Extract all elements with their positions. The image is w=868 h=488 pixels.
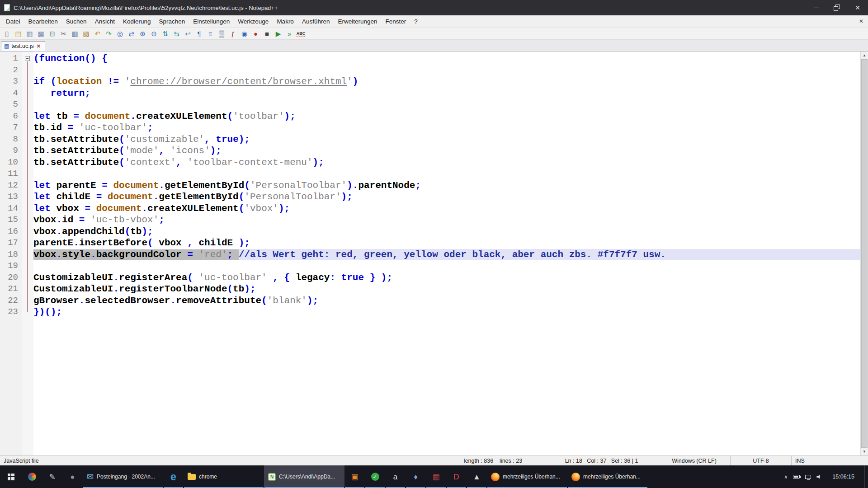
task-notepadpp[interactable]: NC:\Users\Andi\AppDa... [264,465,344,488]
task-edge[interactable]: e [163,465,184,488]
line-number[interactable]: 4 [0,88,18,99]
copy-icon[interactable]: ▥ [70,29,80,38]
code-line[interactable] [33,168,860,180]
line-number[interactable]: 3 [0,76,18,88]
task-icon-3[interactable]: a [385,465,406,488]
line-number[interactable]: 13 [0,191,18,203]
tab-close-icon[interactable]: ✕ [36,43,41,49]
code-line[interactable] [33,65,860,76]
line-number[interactable]: 19 [0,260,18,272]
code-text[interactable]: (function() {if (location != 'chrome://b… [33,52,860,455]
tray-chevron-up-icon[interactable]: ∧ [784,474,788,480]
menu-item-kodierung[interactable]: Kodierung [119,16,155,27]
code-line[interactable]: return; [33,88,860,99]
menu-item-werkzeuge[interactable]: Werkzeuge [234,16,273,27]
task-firefox-2[interactable]: mehrzeiliges Überhan... [567,465,648,488]
menu-item-erweiterungen[interactable]: Erweiterungen [334,16,381,27]
task-explorer-chrome[interactable]: chrome [184,465,264,488]
function-list-icon[interactable]: ƒ [228,29,238,38]
paste-icon[interactable]: ▧ [81,29,91,38]
new-file-icon[interactable]: ▯ [2,29,12,38]
menu-item-ansicht[interactable]: Ansicht [91,16,119,27]
indent-guide-icon[interactable]: ≡ [206,29,215,38]
code-line[interactable]: let vbox = document.createXULElement('vb… [33,203,860,215]
zoom-in-icon[interactable]: ⊕ [138,29,147,38]
code-line[interactable]: vbox.id = 'uc-tb-vbox'; [33,214,860,226]
monitoring-icon[interactable]: ◉ [240,29,249,38]
print-icon[interactable]: ⊟ [47,29,57,38]
scrollbar-thumb[interactable] [861,59,868,448]
fold-collapse-icon[interactable] [25,56,30,61]
line-number[interactable]: 10 [0,157,18,169]
word-wrap-icon[interactable]: ↩ [183,29,193,38]
task-thunderbird[interactable]: ✉Posteingang - 2002An... [83,465,163,488]
zoom-out-icon[interactable]: ⊖ [149,29,159,38]
macro-play-icon[interactable]: ▶ [274,29,283,38]
menubar-close-button[interactable]: ✕ [854,18,868,24]
pinned-icon-3[interactable]: ● [62,465,83,488]
line-number[interactable]: 20 [0,272,18,284]
cut-icon[interactable]: ✂ [59,29,68,38]
line-number[interactable]: 22 [0,295,18,307]
task-icon-1[interactable]: ▣ [344,465,365,488]
code-line[interactable]: tb.setAttribute('mode', 'icons'); [33,145,860,157]
vertical-scrollbar[interactable]: ▲ ▼ [860,52,868,455]
code-line[interactable]: tb.setAttribute('customizable', true); [33,134,860,145]
scroll-up-icon[interactable]: ▲ [861,52,868,59]
menu-item-makro[interactable]: Makro [273,16,298,27]
status-encoding[interactable]: UTF-8 [730,456,791,465]
undo-icon[interactable]: ↶ [93,29,102,38]
close-button[interactable]: ✕ [847,0,868,15]
sync-vertical-icon[interactable]: ⇅ [160,29,170,38]
minimize-button[interactable] [806,0,826,15]
scroll-down-icon[interactable]: ▼ [861,448,868,455]
menu-item-sprachen[interactable]: Sprachen [155,16,189,27]
network-icon[interactable] [805,475,811,479]
macro-record-icon[interactable]: ● [251,29,260,38]
line-number[interactable]: 2 [0,65,18,76]
code-line[interactable]: tb.id = 'uc-toolbar'; [33,122,860,134]
replace-icon[interactable]: ⇄ [127,29,136,38]
code-line[interactable]: vbox.style.backgroundColor = 'red'; //al… [33,249,860,261]
line-number[interactable]: 15 [0,214,18,226]
code-line[interactable]: parentE.insertBefore( vbox , childE ); [33,237,860,249]
taskbar-clock[interactable]: 15:06:15 [828,474,859,480]
task-icon-4[interactable]: ♦ [406,465,426,488]
line-number[interactable]: 6 [0,111,18,122]
line-number[interactable]: 16 [0,226,18,238]
code-line[interactable]: gBrowser.selectedBrowser.removeAttribute… [33,295,860,307]
trim-trailing-spaces-icon[interactable]: ABC [296,29,306,38]
task-icon-7[interactable]: ▲ [467,465,487,488]
save-file-icon[interactable]: ▦ [25,29,34,38]
code-line[interactable]: let tb = document.createXULElement('tool… [33,111,860,122]
macro-run-multiple-icon[interactable]: » [285,29,294,38]
line-number-gutter[interactable]: 1234567891011121314151617181920212223 [0,52,22,455]
menu-item-fenster[interactable]: Fenster [382,16,410,27]
line-number[interactable]: 18 [0,249,18,261]
line-number[interactable]: 9 [0,145,18,157]
code-line[interactable]: if (location != 'chrome://browser/conten… [33,76,860,88]
show-desktop-button[interactable] [864,465,867,488]
code-line[interactable]: let parentE = document.getElementById('P… [33,180,860,192]
start-button[interactable] [0,465,22,488]
task-firefox-1[interactable]: mehrzeiliges Überhan... [487,465,567,488]
line-number[interactable]: 14 [0,203,18,215]
code-line[interactable]: vbox.appendChild(tb); [33,226,860,238]
line-number[interactable]: 11 [0,168,18,180]
fold-margin[interactable] [22,52,33,455]
pinned-icon-1[interactable] [22,465,42,488]
line-number[interactable]: 17 [0,237,18,249]
code-line[interactable]: CustomizableUI.registerArea( 'uc-toolbar… [33,272,860,284]
line-number[interactable]: 5 [0,99,18,111]
code-line[interactable]: tb.setAttribute('context', 'toolbar-cont… [33,157,860,169]
menu-item-?[interactable]: ? [410,16,422,27]
menu-item-suchen[interactable]: Suchen [62,16,91,27]
redo-icon[interactable]: ↷ [104,29,113,38]
find-icon[interactable]: ◎ [115,29,125,38]
code-line[interactable]: (function() { [33,53,860,65]
sync-horizontal-icon[interactable]: ⇆ [172,29,181,38]
restore-button[interactable] [826,0,847,15]
doc-map-icon[interactable]: ▒ [217,29,226,38]
macro-stop-icon[interactable]: ■ [262,29,272,38]
task-icon-2[interactable]: ✓ [365,465,385,488]
